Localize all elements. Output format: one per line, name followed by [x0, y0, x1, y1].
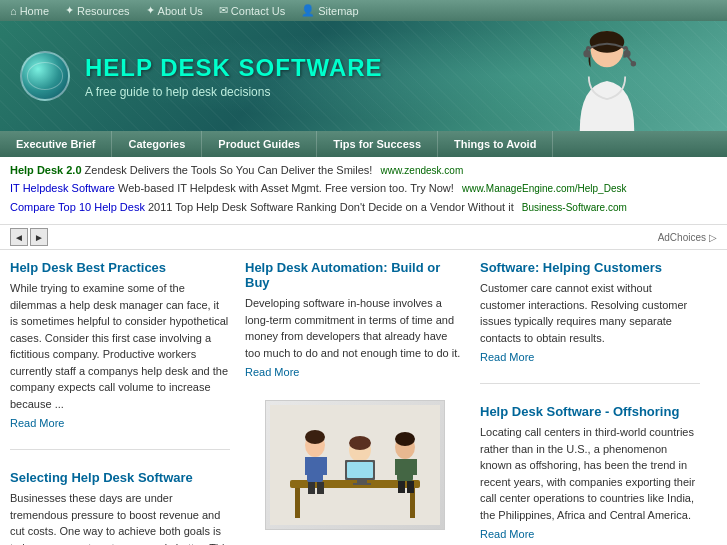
ad-row-3: Compare Top 10 Help Desk 2011 Top Help D…	[10, 200, 717, 215]
nav-executive-brief[interactable]: Executive Brief	[0, 131, 112, 157]
nav-resources[interactable]: ✦ Resources	[65, 4, 130, 17]
article-best-practices: Help Desk Best Practices While trying to…	[10, 260, 230, 429]
svg-rect-28	[347, 462, 373, 478]
svg-point-1	[590, 31, 625, 53]
person-icon: 👤	[301, 4, 315, 17]
ad-link-1[interactable]: Help Desk 2.0	[10, 164, 82, 176]
ad-row-2: IT Helpdesk Software Web-based IT Helpde…	[10, 181, 717, 196]
site-title: HELP DESK SOFTWARE	[85, 54, 383, 82]
secondary-nav: Executive Brief Categories Product Guide…	[0, 131, 727, 157]
read-more-automation[interactable]: Read More	[245, 366, 465, 378]
envelope-icon: ✉	[219, 4, 228, 17]
ad-row-1: Help Desk 2.0 Zendesk Delivers the Tools…	[10, 163, 717, 178]
svg-rect-14	[308, 482, 315, 494]
read-more-best-practices[interactable]: Read More	[10, 417, 230, 429]
ad-text-2: Web-based IT Helpdesk with Asset Mgmt. F…	[118, 182, 454, 194]
ad-controls: ◄ ► AdChoices ▷	[0, 225, 727, 250]
svg-rect-12	[305, 457, 311, 475]
svg-rect-24	[398, 481, 405, 493]
svg-point-2	[583, 50, 590, 57]
nav-home[interactable]: ⌂ Home	[10, 5, 49, 17]
article-offshoring: Help Desk Software - Offshoring Locating…	[480, 404, 700, 540]
svg-rect-15	[317, 482, 324, 494]
nav-things-avoid[interactable]: Things to Avoid	[438, 131, 553, 157]
article-title-automation[interactable]: Help Desk Automation: Build or Buy	[245, 260, 465, 290]
svg-rect-13	[321, 457, 327, 475]
svg-rect-25	[407, 481, 414, 493]
article-text-selecting: Businesses these days are under tremendo…	[10, 490, 230, 545]
adchoices-label: AdChoices ▷	[658, 232, 717, 243]
article-automation: Help Desk Automation: Build or Buy Devel…	[245, 260, 465, 378]
svg-rect-29	[357, 480, 367, 483]
svg-point-26	[395, 432, 415, 446]
top-nav: ⌂ Home ✦ Resources ✦ About Us ✉ Contact …	[0, 0, 727, 21]
article-text-automation: Developing software in-house involves a …	[245, 295, 465, 361]
svg-point-16	[305, 430, 325, 444]
header-banner: HELP DESK SOFTWARE A free guide to help …	[0, 21, 727, 131]
svg-rect-8	[295, 488, 300, 518]
nav-product-guides[interactable]: Product Guides	[202, 131, 317, 157]
svg-rect-30	[353, 483, 371, 485]
article-selecting-software: Selecting Help Desk Software Businesses …	[10, 470, 230, 545]
article-title-selecting[interactable]: Selecting Help Desk Software	[10, 470, 230, 485]
main-content: Help Desk Best Practices While trying to…	[0, 250, 727, 545]
svg-point-5	[631, 61, 636, 66]
nav-sitemap[interactable]: 👤 Sitemap	[301, 4, 358, 17]
article-title-helping[interactable]: Software: Helping Customers	[480, 260, 700, 275]
content-col-1: Help Desk Best Practices While trying to…	[10, 260, 230, 545]
ad-link-3[interactable]: Compare Top 10 Help Desk	[10, 201, 145, 213]
next-ad-button[interactable]: ►	[30, 228, 48, 246]
read-more-offshoring[interactable]: Read More	[480, 528, 700, 540]
read-more-helping[interactable]: Read More	[480, 351, 700, 363]
ad-source-2: www.ManageEngine.com/Help_Desk	[462, 183, 627, 194]
diamond-icon-2: ✦	[146, 4, 155, 17]
adchoices-icon: ▷	[709, 232, 717, 243]
article-helping-customers: Software: Helping Customers Customer car…	[480, 260, 700, 363]
article-title-offshoring[interactable]: Help Desk Software - Offshoring	[480, 404, 700, 419]
article-divider-2	[480, 383, 700, 384]
nav-categories[interactable]: Categories	[112, 131, 202, 157]
article-text-helping: Customer care cannot exist without custo…	[480, 280, 700, 346]
article-title-best-practices[interactable]: Help Desk Best Practices	[10, 260, 230, 275]
diamond-icon-1: ✦	[65, 4, 74, 17]
svg-rect-23	[411, 459, 417, 475]
ad-text-1: Zendesk Delivers the Tools So You Can De…	[85, 164, 373, 176]
nav-tips-success[interactable]: Tips for Success	[317, 131, 438, 157]
header-text: HELP DESK SOFTWARE A free guide to help …	[85, 54, 383, 99]
ad-source-3: Business-Software.com	[522, 202, 627, 213]
globe-icon	[20, 51, 70, 101]
content-col-2: Help Desk Automation: Build or Buy Devel…	[245, 260, 465, 545]
center-image	[265, 400, 445, 530]
content-col-3: Software: Helping Customers Customer car…	[480, 260, 700, 545]
ad-link-2[interactable]: IT Helpdesk Software	[10, 182, 115, 194]
article-divider-1	[10, 449, 230, 450]
ad-text-3: 2011 Top Help Desk Software Ranking Don'…	[148, 201, 514, 213]
svg-point-19	[349, 436, 371, 450]
svg-rect-22	[395, 459, 401, 475]
ad-nav-arrows: ◄ ►	[10, 228, 48, 246]
nav-contact[interactable]: ✉ Contact Us	[219, 4, 285, 17]
ad-source-1: www.zendesk.com	[380, 165, 463, 176]
nav-about[interactable]: ✦ About Us	[146, 4, 203, 17]
prev-ad-button[interactable]: ◄	[10, 228, 28, 246]
article-text-best-practices: While trying to examine some of the dile…	[10, 280, 230, 412]
home-icon: ⌂	[10, 5, 17, 17]
article-text-offshoring: Locating call centers in third-world cou…	[480, 424, 700, 523]
ad-bar: Help Desk 2.0 Zendesk Delivers the Tools…	[0, 157, 727, 225]
header-person-image	[547, 21, 667, 131]
site-subtitle: A free guide to help desk decisions	[85, 85, 383, 99]
